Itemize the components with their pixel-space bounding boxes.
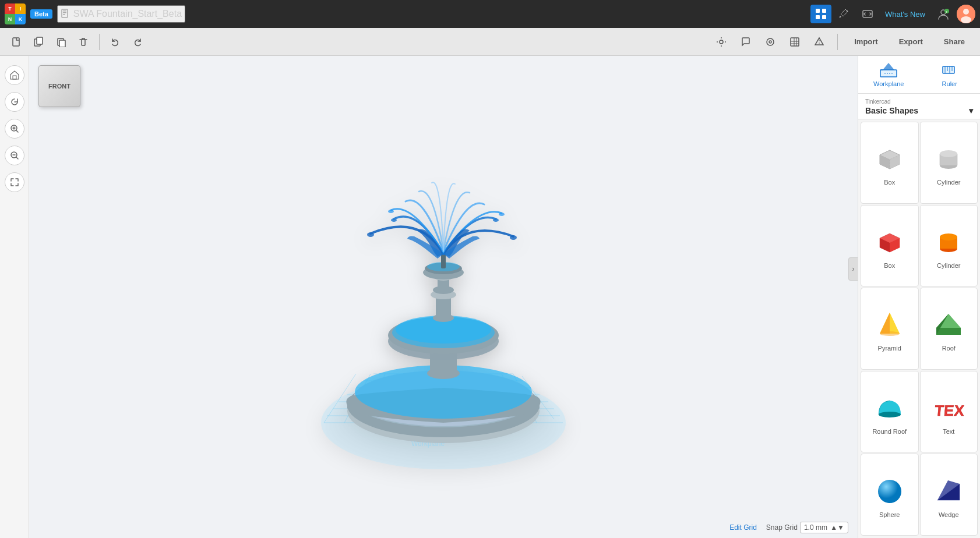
shape-label-box-red: Box bbox=[884, 262, 895, 269]
zoom-in-btn[interactable] bbox=[5, 119, 24, 139]
shape-pyramid-yellow[interactable]: Pyramid bbox=[861, 288, 919, 370]
ruler-btn[interactable]: Ruler bbox=[919, 56, 981, 93]
shape-sphere-blue[interactable]: Sphere bbox=[861, 454, 919, 536]
viewport[interactable]: FRONT bbox=[29, 56, 858, 538]
svg-rect-84 bbox=[880, 70, 897, 77]
shape-canvas-round-roof-teal bbox=[872, 391, 907, 426]
note-btn[interactable] bbox=[736, 33, 756, 51]
toolbar-sep-2 bbox=[837, 34, 838, 50]
shape-label-text-red: Text bbox=[943, 428, 954, 435]
tri-btn[interactable] bbox=[809, 33, 829, 51]
panel-top-tools: Workplane Ruler bbox=[858, 56, 980, 94]
note-icon bbox=[741, 37, 751, 47]
snap-value[interactable]: 1.0 mm ▲▼ bbox=[800, 522, 848, 533]
shape-canvas-cylinder-orange bbox=[931, 225, 966, 260]
logo-k: K bbox=[15, 14, 26, 24]
tinkercad-label: Tinkercad bbox=[865, 98, 973, 105]
shapes-dropdown-btn[interactable]: Basic Shapes ▾ bbox=[865, 105, 973, 116]
svg-point-81 bbox=[391, 218, 397, 222]
code-icon bbox=[862, 8, 873, 20]
shape-wedge-navy[interactable]: Wedge bbox=[920, 454, 978, 536]
shapes-grid: Box Cylinder bbox=[858, 119, 980, 538]
avatar-img bbox=[957, 5, 975, 23]
logo-i: I bbox=[15, 3, 26, 14]
svg-marker-110 bbox=[880, 313, 890, 334]
edit-grid-btn[interactable]: Edit Grid bbox=[729, 523, 757, 532]
shape-canvas-text-red: TEXT TEXT bbox=[931, 391, 966, 426]
shape-canvas-pyramid-yellow bbox=[872, 307, 907, 342]
undo-btn[interactable] bbox=[105, 33, 125, 51]
svg-rect-6 bbox=[816, 15, 820, 19]
delete-btn[interactable] bbox=[73, 33, 93, 51]
svg-point-78 bbox=[510, 235, 517, 240]
cube-front-face[interactable]: FRONT bbox=[38, 65, 80, 107]
svg-point-13 bbox=[963, 9, 969, 15]
shape-cylinder-grey[interactable]: Cylinder bbox=[920, 122, 978, 204]
svg-point-82 bbox=[499, 213, 505, 216]
circle-tool-btn[interactable] bbox=[760, 33, 780, 51]
svg-point-116 bbox=[879, 412, 901, 417]
svg-point-25 bbox=[767, 38, 774, 45]
right-panel: Workplane Ruler Tinkercad Basic Shapes ▾ bbox=[858, 56, 980, 538]
cube-navigator[interactable]: FRONT bbox=[38, 65, 80, 107]
code-btn[interactable] bbox=[857, 5, 878, 23]
svg-rect-87 bbox=[943, 66, 954, 73]
avatar[interactable] bbox=[957, 5, 975, 23]
copy-btn[interactable] bbox=[51, 33, 71, 51]
delete-icon bbox=[78, 37, 89, 47]
svg-rect-2 bbox=[63, 12, 66, 13]
whats-new-btn[interactable]: What's New bbox=[880, 8, 930, 21]
panel-collapse-handle[interactable]: › bbox=[848, 257, 858, 281]
shape-cylinder-orange[interactable]: Cylinder bbox=[920, 205, 978, 287]
doc-icon-btn[interactable]: SWA Fountain_Start_Beta bbox=[57, 5, 185, 23]
svg-rect-17 bbox=[37, 37, 43, 44]
grid-tool-btn[interactable] bbox=[785, 33, 805, 51]
snap-arrows[interactable]: ▲▼ bbox=[830, 523, 844, 532]
shape-text-red[interactable]: TEXT TEXT Text bbox=[920, 371, 978, 453]
light-btn[interactable] bbox=[711, 33, 731, 51]
workplane-btn[interactable]: Workplane bbox=[858, 56, 919, 93]
duplicate-btn[interactable] bbox=[29, 33, 49, 51]
shape-label-roof-green: Roof bbox=[942, 345, 956, 352]
doc-icon bbox=[61, 9, 71, 19]
shape-roof-green[interactable]: Roof bbox=[920, 288, 978, 370]
home-view-btn[interactable] bbox=[5, 65, 24, 85]
svg-rect-30 bbox=[13, 76, 16, 79]
workplane-icon bbox=[879, 62, 898, 78]
left-sidebar bbox=[0, 56, 29, 538]
export-btn[interactable]: Export bbox=[891, 34, 931, 49]
duplicate-icon bbox=[34, 37, 44, 47]
zoom-in-icon bbox=[10, 124, 19, 133]
shape-label-pyramid-yellow: Pyramid bbox=[878, 345, 901, 352]
new-design-btn[interactable] bbox=[7, 33, 27, 51]
shapes-category-name: Basic Shapes bbox=[865, 106, 918, 115]
shape-box-red[interactable]: Box bbox=[861, 205, 919, 287]
fit-view-btn[interactable] bbox=[5, 172, 24, 192]
copy-icon bbox=[56, 37, 66, 47]
svg-point-26 bbox=[769, 41, 771, 43]
svg-text:TEXT: TEXT bbox=[934, 402, 964, 419]
import-btn[interactable]: Import bbox=[846, 34, 886, 49]
shape-box-grey[interactable]: Box bbox=[861, 122, 919, 204]
workplane-label: Workplane bbox=[873, 80, 904, 87]
toolbar-right: Import Export Share bbox=[711, 33, 973, 51]
redo-btn[interactable] bbox=[128, 33, 147, 51]
svg-point-108 bbox=[940, 233, 957, 240]
shape-canvas-cylinder-grey bbox=[931, 141, 966, 176]
svg-point-119 bbox=[878, 480, 901, 503]
rotate-view-btn[interactable] bbox=[5, 92, 24, 112]
profile-btn[interactable]: + bbox=[932, 4, 954, 24]
toolbar: Import Export Share bbox=[0, 28, 980, 56]
toolbar-sep-1 bbox=[99, 34, 100, 50]
share-btn[interactable]: Share bbox=[936, 34, 973, 49]
tri-icon bbox=[814, 37, 824, 47]
new-icon bbox=[12, 37, 22, 47]
svg-point-79 bbox=[367, 232, 374, 237]
hammer-btn[interactable] bbox=[834, 5, 855, 23]
svg-rect-7 bbox=[822, 15, 826, 19]
grid-view-btn[interactable] bbox=[810, 5, 831, 23]
zoom-out-btn[interactable] bbox=[5, 146, 24, 165]
svg-point-100 bbox=[940, 150, 957, 157]
tinkercad-logo[interactable]: T I N K bbox=[5, 3, 26, 24]
shape-round-roof-teal[interactable]: Round Roof bbox=[861, 371, 919, 453]
